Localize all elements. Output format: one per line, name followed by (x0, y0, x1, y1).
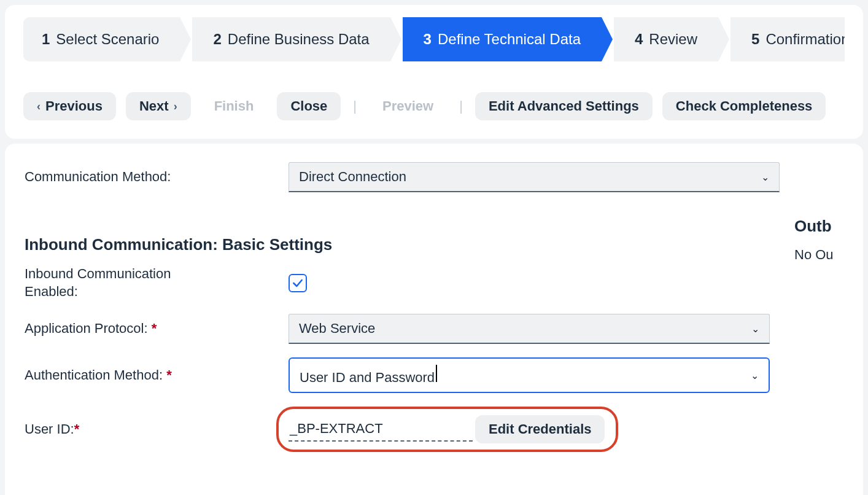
label-text: User ID: (25, 421, 74, 437)
application-protocol-row: Application Protocol: * Web Service ⌄ (25, 314, 770, 344)
toolbar-separator: | (457, 98, 465, 114)
step-label: Select Scenario (56, 31, 159, 48)
required-indicator: * (74, 421, 80, 437)
inbound-enabled-checkbox[interactable] (289, 274, 307, 292)
button-label: Next (139, 98, 169, 114)
outbound-section-title: Outb (794, 217, 843, 236)
wizard-toolbar: ‹ Previous Next › Finish Close | Preview… (23, 92, 845, 120)
button-label: Close (290, 98, 327, 114)
step-define-business-data[interactable]: 2 Define Business Data (192, 17, 390, 61)
authentication-method-select[interactable]: User ID and Password ⌄ (289, 357, 770, 393)
chevron-right-icon: › (174, 100, 177, 113)
chevron-down-icon: ⌄ (761, 171, 769, 183)
edit-advanced-settings-button[interactable]: Edit Advanced Settings (475, 92, 653, 120)
wizard-top-panel: 1 Select Scenario 2 Define Business Data… (5, 5, 863, 139)
chevron-left-icon: ‹ (37, 100, 41, 113)
required-indicator: * (152, 321, 157, 336)
user-id-value-group: _BP-EXTRACT Edit Credentials (289, 407, 618, 452)
edit-credentials-highlight: Edit Credentials (276, 407, 618, 452)
step-define-technical-data[interactable]: 3 Define Technical Data (403, 17, 602, 61)
step-number: 3 (424, 31, 432, 48)
step-select-scenario[interactable]: 1 Select Scenario (23, 17, 180, 61)
next-button[interactable]: Next › (126, 92, 191, 120)
step-number: 2 (213, 31, 221, 48)
outbound-column: Outb No Ou (794, 217, 843, 466)
preview-button: Preview (369, 92, 447, 120)
step-number: 5 (751, 31, 759, 48)
button-label: Finish (214, 98, 254, 114)
step-label: Define Technical Data (438, 31, 581, 48)
chevron-down-icon: ⌄ (751, 370, 759, 381)
step-number: 1 (42, 31, 50, 48)
user-id-label: User ID:* (25, 421, 289, 438)
button-label: Previous (45, 98, 103, 114)
outbound-text: No Ou (794, 247, 843, 263)
step-review[interactable]: 4 Review (614, 17, 718, 61)
step-label: Define Business Data (228, 31, 370, 48)
edit-credentials-button[interactable]: Edit Credentials (475, 415, 605, 443)
inbound-enabled-label: Inbound Communication Enabled: (25, 265, 221, 300)
step-label: Confirmation (765, 31, 845, 48)
communication-method-select[interactable]: Direct Connection ⌄ (289, 162, 780, 192)
user-id-row: User ID:* _BP-EXTRACT Edit Credentials (25, 407, 770, 452)
wizard-steps: 1 Select Scenario 2 Define Business Data… (23, 17, 845, 61)
communication-method-row: Communication Method: Direct Connection … (25, 162, 843, 192)
label-text: Application Protocol: (25, 321, 148, 336)
content-panel: Communication Method: Direct Connection … (5, 144, 863, 495)
inbound-section-title: Inbound Communication: Basic Settings (25, 235, 770, 254)
check-icon (292, 277, 304, 289)
finish-button: Finish (201, 92, 268, 120)
inbound-enabled-row: Inbound Communication Enabled: (25, 265, 770, 300)
previous-button[interactable]: ‹ Previous (23, 92, 116, 120)
step-label: Review (649, 31, 697, 48)
select-value: User ID and Password (300, 365, 437, 386)
label-text: Authentication Method: (25, 367, 163, 383)
select-value: Direct Connection (299, 169, 406, 185)
button-label: Check Completeness (676, 98, 813, 114)
authentication-method-label: Authentication Method: * (25, 367, 289, 384)
required-indicator: * (166, 367, 172, 383)
check-completeness-button[interactable]: Check Completeness (662, 92, 826, 120)
step-confirmation[interactable]: 5 Confirmation (730, 17, 845, 61)
application-protocol-label: Application Protocol: * (25, 320, 289, 338)
step-number: 4 (635, 31, 643, 48)
application-protocol-select[interactable]: Web Service ⌄ (289, 314, 770, 344)
button-label: Edit Credentials (489, 421, 591, 437)
button-label: Preview (382, 98, 433, 114)
communication-method-label: Communication Method: (25, 168, 289, 186)
close-button[interactable]: Close (277, 92, 341, 120)
button-label: Edit Advanced Settings (489, 98, 639, 114)
authentication-method-row: Authentication Method: * User ID and Pas… (25, 357, 770, 393)
select-value: Web Service (299, 321, 375, 337)
chevron-down-icon: ⌄ (751, 323, 759, 335)
toolbar-separator: | (351, 98, 359, 114)
